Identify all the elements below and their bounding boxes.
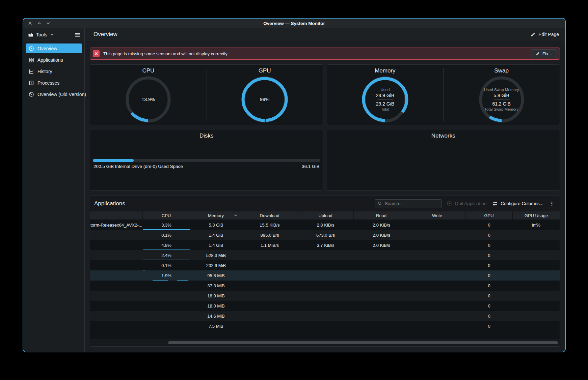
minimize-icon[interactable] <box>46 21 51 26</box>
close-icon[interactable] <box>28 21 32 26</box>
cell-memory: 18.9 MiB <box>190 291 242 301</box>
cell-cpu: 4.8% <box>143 240 190 250</box>
toolbox-icon <box>28 32 33 37</box>
cell-gpu: 0 <box>465 220 513 230</box>
cell-download <box>242 250 297 260</box>
sliders-icon <box>492 201 498 206</box>
column-header-memory[interactable]: Memory <box>190 211 242 220</box>
table-row[interactable]: 1.9%95.8 MiB0 <box>90 270 560 281</box>
edit-page-button[interactable]: Edit Page <box>530 32 559 37</box>
cpu-percent: 13.9% <box>142 97 155 102</box>
chevron-down-icon <box>50 33 54 37</box>
table-row[interactable]: 2.4%528.3 MiB0 <box>90 250 560 260</box>
window-controls <box>28 19 51 28</box>
configure-columns-button[interactable]: Configure Columns... <box>492 201 543 206</box>
disks-networks-row: Disks 200.5 GiB Internal Drive (dm-0) Us… <box>90 130 560 191</box>
cell-read <box>354 281 409 291</box>
maximize-icon[interactable] <box>37 21 42 26</box>
cpu-gauge: CPU 13.9% <box>90 65 207 125</box>
cell-memory: 37.3 MiB <box>190 281 242 291</box>
swap-used: 5.8 GiB <box>493 92 509 98</box>
cell-name <box>90 250 143 260</box>
sidebar-nav: OverviewApplicationsHistoryProcessesOver… <box>23 41 84 101</box>
sidebar-item-history[interactable]: History <box>26 66 82 76</box>
cell-cpu: 3.3% <box>143 220 190 230</box>
cell-gpu: 0 <box>465 250 513 260</box>
page-title: Overview <box>93 31 117 38</box>
overflow-menu-icon[interactable] <box>550 201 554 206</box>
cell-write <box>409 230 465 240</box>
cell-upload <box>297 291 354 301</box>
sidebar-item-label: Applications <box>37 57 63 63</box>
cell-upload: 2.8 KiB/s <box>297 220 354 230</box>
search-input[interactable] <box>384 201 438 206</box>
cell-memory: 528.3 MiB <box>190 250 242 260</box>
table-row[interactable]: 0.1%1.4 GiB895.0 B/s673.0 B/s2.0 KiB/s0 <box>90 230 560 240</box>
cell-download <box>242 301 297 311</box>
sidebar-item-overview[interactable]: Overview <box>26 43 82 53</box>
cell-name <box>90 321 143 331</box>
cell-name <box>90 301 143 311</box>
sidebar-toolbar: Tools <box>23 28 84 41</box>
table-row[interactable]: 7.5 MiB0 <box>90 321 560 331</box>
grid-icon <box>29 57 34 63</box>
table-row[interactable]: 14.6 MiB0 <box>90 311 560 321</box>
table-row[interactable]: 37.3 MiB0 <box>90 281 560 291</box>
cell-read <box>354 291 409 301</box>
cell-gpu: 0 <box>465 270 513 281</box>
table-row[interactable]: 4.8%1.4 GiB1.1 MiB/s3.7 KiB/s2.0 KiB/s0 <box>90 240 560 250</box>
hamburger-menu-icon[interactable] <box>75 32 80 38</box>
cell-read <box>354 260 409 270</box>
cell-gpu-usage <box>513 240 560 250</box>
fix-button[interactable]: Fix... <box>531 49 557 58</box>
horizontal-scrollbar <box>90 339 560 346</box>
gauges-row: CPU 13.9% GPU <box>90 64 560 125</box>
table-row[interactable]: 18.0 MiB0 <box>90 301 560 311</box>
error-icon <box>93 50 100 57</box>
column-header-write[interactable]: Write <box>409 211 465 220</box>
sidebar-item-processes[interactable]: Processes <box>26 78 82 88</box>
disk-label: 200.5 GiB Internal Drive (dm-0) Used Spa… <box>93 164 183 169</box>
sidebar-item-label: Processes <box>37 80 59 86</box>
cell-write <box>409 311 465 321</box>
sidebar-item-overview-old-version[interactable]: Overview (Old Version) <box>26 89 82 99</box>
cell-cpu <box>143 301 190 311</box>
cell-gpu: 0 <box>465 321 513 331</box>
cell-cpu <box>143 281 190 291</box>
cell-upload: 673.0 B/s <box>297 230 354 240</box>
networks-panel: Networks <box>327 130 560 191</box>
column-header-gpu[interactable]: GPU <box>465 211 513 220</box>
swap-total: 61.2 GiB <box>492 101 510 107</box>
cell-gpu-usage <box>513 301 560 311</box>
cell-name <box>90 311 143 321</box>
cell-read <box>354 321 409 331</box>
column-header-cpu[interactable]: CPU <box>143 211 190 220</box>
cell-gpu-usage <box>513 311 560 321</box>
cell-download <box>242 291 297 301</box>
tools-menu-button[interactable]: Tools <box>28 32 54 37</box>
networks-title: Networks <box>327 130 560 139</box>
cell-name <box>90 281 143 291</box>
history-chart-icon <box>29 69 34 74</box>
cell-upload <box>297 311 354 321</box>
cell-memory: 202.9 MiB <box>190 260 242 270</box>
table-row[interactable]: 18.9 MiB0 <box>90 291 560 301</box>
quit-application-button[interactable]: Quit Application <box>447 201 486 206</box>
cell-download <box>242 321 297 331</box>
table-row[interactable]: torm-Releasex64_AVX2-...3.3%5.3 GiB15.5 … <box>90 220 560 230</box>
scrollbar-thumb[interactable] <box>168 341 558 344</box>
cell-memory: 5.3 GiB <box>190 220 242 230</box>
cell-cpu: 0.1% <box>143 230 190 240</box>
column-header-gpu-usage[interactable]: GPU Usage <box>513 211 560 220</box>
column-header-read[interactable]: Read <box>354 211 409 220</box>
column-header-upload[interactable]: Upload <box>297 211 354 220</box>
column-header-download[interactable]: Download <box>242 211 297 220</box>
column-header-name[interactable] <box>90 211 143 220</box>
table-row[interactable]: 0.1%202.9 MiB0 <box>90 260 560 270</box>
cell-write <box>409 260 465 270</box>
cell-read: 2.0 KiB/s <box>354 230 409 240</box>
applications-title: Applications <box>94 200 125 207</box>
sidebar-item-applications[interactable]: Applications <box>26 55 82 65</box>
swap-gauge: Swap Used Swap Memory 5.8 GiB <box>443 65 560 125</box>
cell-name: torm-Releasex64_AVX2-... <box>90 220 143 230</box>
